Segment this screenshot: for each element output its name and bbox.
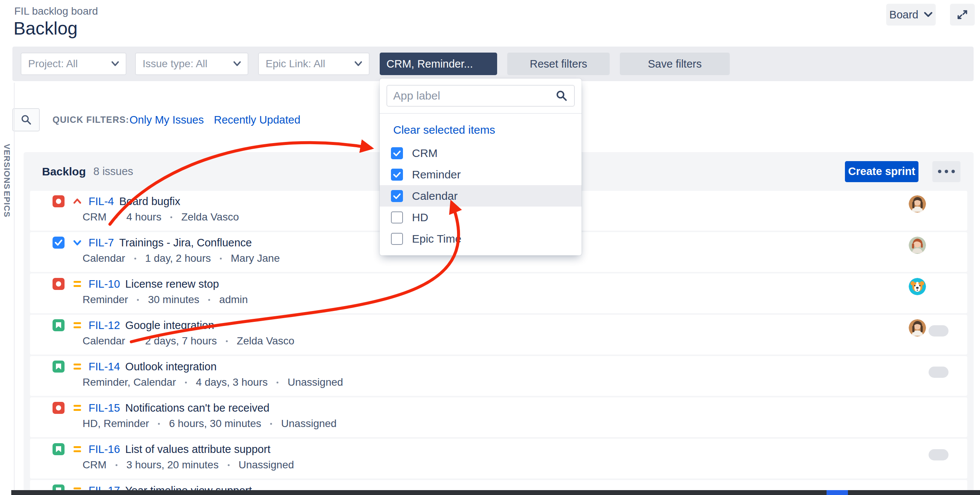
option-label: Reminder: [412, 168, 461, 181]
option-reminder[interactable]: Reminder: [380, 164, 582, 185]
app-label-filter-button[interactable]: CRM, Reminder...: [380, 53, 497, 75]
issue-estimate: 4 hours: [126, 211, 161, 223]
option-crm[interactable]: CRM: [380, 142, 582, 164]
issue-estimate: 6 hours, 30 minutes: [169, 418, 261, 430]
bug-type-icon: [52, 402, 65, 414]
create-sprint-button[interactable]: Create sprint: [845, 161, 918, 182]
assignee-avatar-woman-brown-hair: [909, 195, 926, 212]
project-filter-value: Project: All: [28, 58, 78, 70]
chevron-down-icon: [233, 61, 241, 67]
priority-medium-icon: [72, 402, 83, 413]
issue-summary: Outlook integration: [125, 361, 216, 373]
issue-assignee: Zelda Vasco: [181, 211, 239, 223]
issue-row-fil-15[interactable]: FIL-15 Notifications can't be received H…: [30, 398, 967, 437]
checkbox-checked-icon[interactable]: [391, 190, 403, 202]
issue-key-link[interactable]: FIL-15: [89, 402, 120, 414]
backlog-more-options-button[interactable]: [932, 161, 961, 182]
window-bottom-edge-accent: [827, 490, 848, 495]
app-label-search-input[interactable]: [393, 89, 555, 102]
issue-assignee: Zelda Vasco: [237, 335, 294, 347]
issue-estimate: 4 days, 3 hours: [196, 376, 267, 388]
issue-labels: CRM: [83, 211, 107, 223]
app-label-search-box: [387, 85, 575, 107]
issue-row-fil-12[interactable]: FIL-12 Google integration Calendar 2 day…: [30, 315, 967, 354]
bug-type-icon: [52, 195, 65, 207]
page-title: Backlog: [14, 18, 78, 39]
ellipsis-icon: [938, 170, 941, 173]
issue-row-fil-14[interactable]: FIL-14 Outlook integration Reminder, Cal…: [30, 356, 967, 396]
checkbox-checked-icon[interactable]: [391, 147, 403, 159]
separator-dot: [226, 340, 228, 342]
separator-dot: [228, 464, 230, 466]
app-label-dropdown: Clear selected items CRM Reminder Calend…: [380, 78, 582, 255]
option-label: HD: [412, 211, 428, 224]
issue-type-filter-select[interactable]: Issue type: All: [135, 53, 248, 75]
story-type-icon: [52, 361, 65, 372]
separator-dot: [270, 423, 272, 425]
clear-selected-items-link[interactable]: Clear selected items: [380, 114, 582, 142]
issue-key-link[interactable]: FIL-16: [89, 443, 120, 455]
issue-key-link[interactable]: FIL-12: [89, 319, 120, 332]
separator-dot: [134, 258, 136, 260]
board-switcher-button[interactable]: Board: [886, 4, 936, 26]
separator-dot: [170, 216, 172, 218]
issue-assignee: Mary Jane: [231, 252, 280, 264]
search-icon: [20, 114, 32, 126]
option-hd[interactable]: HD: [380, 206, 582, 228]
separator-dot: [116, 464, 118, 466]
project-filter-select[interactable]: Project: All: [21, 53, 126, 75]
versions-rail-tab[interactable]: VERSIONS: [2, 144, 12, 190]
priority-highest-icon: [72, 196, 83, 206]
separator-dot: [137, 299, 139, 301]
issue-summary: List of values attribute support: [125, 443, 270, 455]
issue-summary: Notifications can't be received: [125, 402, 269, 414]
issue-type-filter-value: Issue type: All: [143, 58, 207, 70]
reset-filters-button[interactable]: Reset filters: [507, 53, 610, 75]
epic-tag-pill: [929, 449, 948, 460]
story-type-icon: [52, 319, 65, 331]
issue-summary: Board bugfix: [119, 195, 180, 208]
epics-rail-tab[interactable]: EPICS: [2, 191, 12, 217]
issue-key-link[interactable]: FIL-4: [89, 195, 114, 208]
quick-filter-only-my-issues[interactable]: Only My Issues: [129, 114, 204, 126]
fullscreen-button[interactable]: [950, 4, 975, 26]
issue-assignee: Unassigned: [287, 376, 343, 388]
epic-link-filter-select[interactable]: Epic Link: All: [258, 53, 369, 75]
checkbox-unchecked-icon[interactable]: [391, 233, 403, 245]
issue-key-link[interactable]: FIL-7: [89, 236, 114, 249]
story-type-icon: [52, 443, 65, 455]
separator-dot: [220, 258, 222, 260]
issue-estimate: 1 day, 2 hours: [145, 252, 211, 264]
issue-key-link[interactable]: FIL-14: [89, 361, 120, 373]
issue-estimate: 30 minutes: [148, 294, 199, 306]
quick-filters-label: QUICK FILTERS:: [52, 115, 129, 125]
expand-icon: [956, 9, 968, 21]
checkbox-unchecked-icon[interactable]: [391, 211, 403, 224]
board-switcher-label: Board: [889, 9, 918, 21]
breadcrumb[interactable]: FIL backlog board: [14, 5, 98, 17]
chevron-down-icon: [111, 61, 119, 67]
search-issues-button[interactable]: [13, 108, 40, 131]
separator-dot: [185, 382, 187, 383]
issue-labels: Reminder: [83, 294, 128, 306]
issue-estimate: 3 hours, 20 minutes: [126, 459, 219, 471]
option-epic-time[interactable]: Epic Time: [380, 228, 582, 249]
option-label: CRM: [412, 147, 438, 160]
issue-row-fil-10[interactable]: FIL-10 License renew stop Reminder 30 mi…: [30, 273, 967, 313]
backlog-title: Backlog: [42, 165, 86, 178]
save-filters-button[interactable]: Save filters: [620, 53, 730, 75]
separator-dot: [116, 216, 118, 218]
option-calendar[interactable]: Calendar: [380, 185, 582, 206]
quick-filter-recently-updated[interactable]: Recently Updated: [214, 114, 301, 126]
issue-summary: Google integration: [125, 319, 214, 332]
left-rail-divider: [14, 83, 14, 490]
issue-estimate: 2 days, 7 hours: [145, 335, 217, 347]
epic-tag-pill: [929, 367, 948, 378]
priority-lowest-icon: [72, 237, 83, 248]
issue-row-fil-16[interactable]: FIL-16 List of values attribute support …: [30, 439, 967, 479]
checkbox-checked-icon[interactable]: [391, 169, 403, 180]
issue-key-link[interactable]: FIL-10: [89, 278, 120, 290]
issue-labels: HD, Reminder: [83, 418, 149, 430]
issue-assignee: admin: [219, 294, 248, 306]
issue-labels: Calendar: [83, 335, 125, 347]
